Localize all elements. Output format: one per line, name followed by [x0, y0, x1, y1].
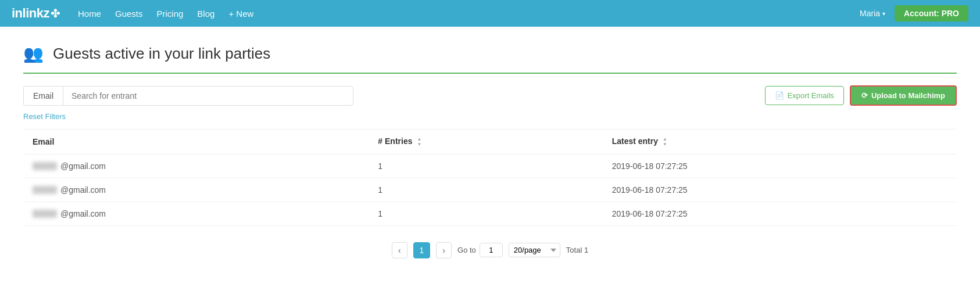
reset-filters-container: Reset Filters: [23, 112, 957, 121]
user-name: Maria: [860, 9, 880, 18]
col-entries[interactable]: # Entries ▲ ▼: [369, 130, 602, 154]
per-page-container: 20/page 50/page 100/page: [509, 243, 560, 257]
email-blur: [33, 186, 57, 194]
account-button[interactable]: Account: PRO: [895, 5, 968, 21]
export-label: Export Emails: [788, 91, 834, 100]
goto-label: Go to: [457, 246, 476, 254]
search-input[interactable]: [63, 86, 353, 106]
email-blur: [33, 210, 57, 218]
email-suffix: @gmail.com: [60, 185, 106, 195]
latest-entry-cell: 2019-06-18 07:27:25: [603, 154, 957, 178]
email-cell: @gmail.com: [23, 178, 369, 202]
email-cell: @gmail.com: [23, 154, 369, 178]
filter-bar: Email 📄 Export Emails ⟳ Upload to Mailch…: [23, 85, 957, 106]
header-divider: [23, 73, 957, 74]
guests-icon: 👥: [23, 44, 44, 63]
main-content: 👥 Guests active in your link parties Ema…: [0, 27, 980, 302]
total-label: Total 1: [566, 246, 588, 254]
table-row: @gmail.com 1 2019-06-18 07:27:25: [23, 178, 957, 202]
col-email: Email: [23, 130, 369, 154]
nav-new[interactable]: + New: [228, 9, 253, 19]
email-filter-tab[interactable]: Email: [23, 86, 63, 106]
goto-container: Go to: [457, 243, 503, 257]
export-emails-button[interactable]: 📄 Export Emails: [765, 86, 844, 105]
export-icon: 📄: [775, 91, 784, 100]
pagination-bar: ‹ 1 › Go to 20/page 50/page 100/page Tot…: [23, 242, 957, 270]
guests-table: Email # Entries ▲ ▼ Latest entry ▲ ▼: [23, 129, 957, 226]
table-body: @gmail.com 1 2019-06-18 07:27:25 @gmail.…: [23, 154, 957, 225]
reset-filters-link[interactable]: Reset Filters: [23, 112, 66, 121]
next-page-button[interactable]: ›: [436, 242, 452, 258]
current-page-button[interactable]: 1: [413, 242, 431, 258]
nav-guests[interactable]: Guests: [115, 9, 143, 19]
entries-cell: 1: [369, 202, 602, 225]
nav-right: Maria ▾ Account: PRO: [860, 5, 968, 21]
nav-home[interactable]: Home: [78, 9, 101, 19]
table-row: @gmail.com 1 2019-06-18 07:27:25: [23, 154, 957, 178]
page-title: Guests active in your link parties: [53, 45, 270, 63]
brand-logo-text: inlinkz: [12, 6, 49, 21]
entries-cell: 1: [369, 154, 602, 178]
entries-cell: 1: [369, 178, 602, 202]
prev-page-button[interactable]: ‹: [392, 242, 407, 258]
col-latest-entry[interactable]: Latest entry ▲ ▼: [603, 130, 957, 154]
upload-icon: ⟳: [861, 91, 868, 100]
nav-user[interactable]: Maria ▾: [860, 9, 885, 18]
nav-links: Home Guests Pricing Blog + New: [78, 9, 860, 19]
upload-mailchimp-button[interactable]: ⟳ Upload to Mailchimp: [850, 85, 957, 106]
goto-input[interactable]: [480, 243, 503, 257]
email-blur: [33, 162, 57, 170]
filter-actions: 📄 Export Emails ⟳ Upload to Mailchimp: [765, 85, 957, 106]
entries-sort-icon: ▲ ▼: [417, 137, 421, 147]
nav-blog[interactable]: Blog: [197, 9, 214, 19]
table-header: Email # Entries ▲ ▼ Latest entry ▲ ▼: [23, 130, 957, 154]
nav-pricing[interactable]: Pricing: [157, 9, 184, 19]
email-cell: @gmail.com: [23, 202, 369, 225]
chevron-down-icon: ▾: [882, 10, 885, 17]
navbar: inlinkz ✤ Home Guests Pricing Blog + New…: [0, 0, 980, 27]
brand-logo-icon: ✤: [51, 6, 60, 20]
upload-label: Upload to Mailchimp: [871, 91, 945, 100]
page-header: 👥 Guests active in your link parties: [23, 44, 957, 63]
email-suffix: @gmail.com: [60, 161, 106, 171]
navbar-brand[interactable]: inlinkz ✤: [12, 6, 60, 21]
per-page-select[interactable]: 20/page 50/page 100/page: [509, 243, 560, 257]
latest-entry-cell: 2019-06-18 07:27:25: [603, 202, 957, 225]
latest-entry-cell: 2019-06-18 07:27:25: [603, 178, 957, 202]
email-suffix: @gmail.com: [60, 209, 106, 218]
latest-entry-sort-icon: ▲ ▼: [663, 137, 667, 147]
table-row: @gmail.com 1 2019-06-18 07:27:25: [23, 202, 957, 225]
